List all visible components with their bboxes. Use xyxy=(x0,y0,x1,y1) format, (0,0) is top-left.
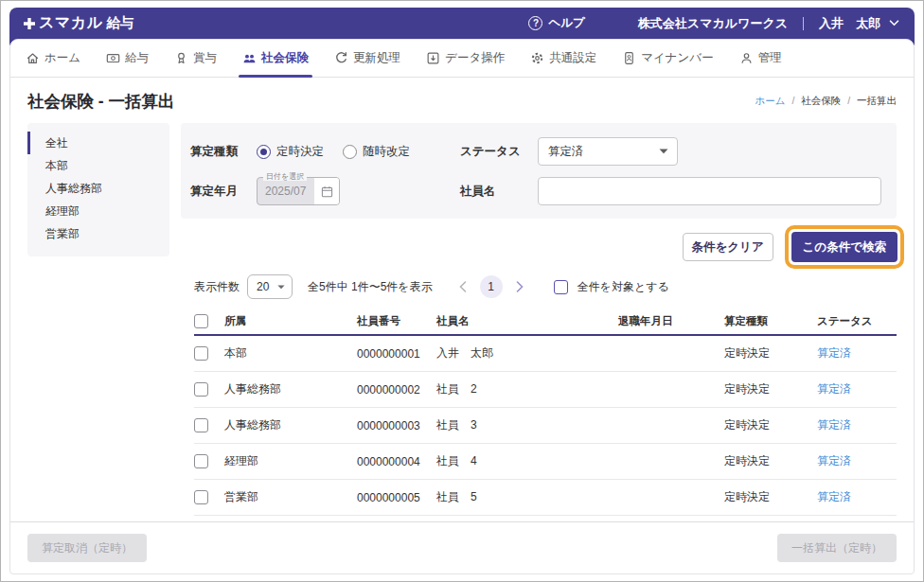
radio-teiji-kettei[interactable] xyxy=(257,145,271,159)
row-checkbox[interactable] xyxy=(194,346,208,361)
pagination-next-button[interactable] xyxy=(516,281,524,292)
nav-item-update[interactable]: 更新処理 xyxy=(334,40,400,77)
salary-icon xyxy=(106,51,120,65)
calc-type-label: 算定種類 xyxy=(190,144,257,160)
result-range-text: 全5件中 1件〜5件を表示 xyxy=(308,279,433,295)
cell-calc-type: 定時決定 xyxy=(724,381,817,397)
cell-department: 営業部 xyxy=(224,489,357,505)
header-employee-no: 社員番号 xyxy=(357,314,436,328)
radio-option-teiji: 定時決定 xyxy=(257,144,324,160)
per-page-select[interactable]: 20 xyxy=(247,274,293,299)
cell-employee-name: 社員 3 xyxy=(436,417,618,433)
help-label: ヘルプ xyxy=(548,15,584,31)
app-logo-text: スマカル xyxy=(39,13,103,33)
date-picker-floating-label: 日付を選択 xyxy=(263,172,307,181)
table-row: 本部 0000000001 入井 太郎 定時決定 算定済 xyxy=(194,336,897,372)
breadcrumb-current: 一括算出 xyxy=(857,95,897,106)
row-checkbox[interactable] xyxy=(194,454,208,468)
select-all-records-checkbox[interactable] xyxy=(554,280,568,294)
cell-status-link[interactable]: 算定済 xyxy=(817,453,897,469)
radio-label: 随時改定 xyxy=(363,144,410,160)
cell-status-link[interactable]: 算定済 xyxy=(817,417,897,433)
radio-label: 定時決定 xyxy=(276,144,324,160)
calc-month-value: 2025/07 xyxy=(258,178,314,204)
table-row: 人事総務部 0000000002 社員 2 定時決定 算定済 xyxy=(194,372,897,408)
header-calc-type: 算定種類 xyxy=(724,314,817,328)
nav-label: マイナンバー xyxy=(641,50,713,66)
calendar-button[interactable] xyxy=(314,178,339,204)
nav-item-admin[interactable]: 管理 xyxy=(739,40,782,77)
nav-label: ホーム xyxy=(44,50,80,66)
status-select[interactable]: 算定済 xyxy=(538,137,678,166)
page-footer: 算定取消（定時） 一括算出（定時） xyxy=(10,521,914,573)
header-status: ステータス xyxy=(817,314,897,328)
bulk-calculation-button[interactable]: 一括算出（定時） xyxy=(777,534,897,562)
caret-down-icon xyxy=(277,285,285,290)
calendar-icon xyxy=(321,185,333,198)
cell-employee-no: 0000000005 xyxy=(357,491,436,504)
cell-employee-no: 0000000001 xyxy=(357,347,436,361)
search-button[interactable]: この条件で検索 xyxy=(791,232,897,262)
per-page-value: 20 xyxy=(257,280,269,293)
sidebar-item-hr-general-affairs[interactable]: 人事総務部 xyxy=(27,177,169,200)
cancel-calculation-button[interactable]: 算定取消（定時） xyxy=(27,534,147,562)
nav-item-data-operation[interactable]: データ操作 xyxy=(426,40,505,77)
cell-status-link[interactable]: 算定済 xyxy=(817,381,897,397)
sidebar-item-headquarters[interactable]: 本部 xyxy=(27,154,169,177)
breadcrumb-home[interactable]: ホーム xyxy=(755,95,785,106)
help-button[interactable]: ? ヘルプ xyxy=(528,15,584,31)
select-all-rows-checkbox[interactable] xyxy=(194,314,208,328)
refresh-icon xyxy=(334,51,348,65)
nav-item-my-number[interactable]: マイナンバー xyxy=(622,40,713,77)
table-row: 人事総務部 0000000003 社員 3 定時決定 算定済 xyxy=(194,408,897,444)
social-insurance-icon xyxy=(242,51,257,65)
employee-table: 所属 社員番号 社員名 退職年月日 算定種類 ステータス 本部 00000000… xyxy=(194,308,897,516)
nav-item-home[interactable]: ホーム xyxy=(26,40,80,77)
nav-label: 給与 xyxy=(125,50,149,66)
cell-calc-type: 定時決定 xyxy=(724,417,817,433)
cell-department: 人事総務部 xyxy=(224,381,357,397)
nav-item-social-insurance[interactable]: 社会保険 xyxy=(242,40,309,77)
content-card: ホーム 給与 賞与 社会保険 更新処理 データ操作 xyxy=(9,39,915,574)
nav-item-bonus[interactable]: 賞与 xyxy=(174,40,217,77)
sidebar-item-accounting[interactable]: 経理部 xyxy=(27,200,169,222)
table-row: 経理部 0000000004 社員 4 定時決定 算定済 xyxy=(194,444,897,480)
cell-calc-type: 定時決定 xyxy=(724,453,817,469)
pagination-prev-button[interactable] xyxy=(459,281,467,292)
home-icon xyxy=(26,51,40,65)
status-label: ステータス xyxy=(460,144,538,160)
pagination-page-1[interactable]: 1 xyxy=(480,275,503,298)
row-checkbox[interactable] xyxy=(194,382,208,397)
breadcrumb-separator: / xyxy=(847,95,850,106)
user-menu[interactable]: 入井 太郎 xyxy=(819,15,899,32)
row-checkbox[interactable] xyxy=(194,490,208,504)
sidebar-item-all-company[interactable]: 全社 xyxy=(27,132,169,154)
cell-department: 経理部 xyxy=(224,453,357,469)
nav-item-salary[interactable]: 給与 xyxy=(106,40,149,77)
cell-department: 人事総務部 xyxy=(224,417,357,433)
main-nav: ホーム 給与 賞与 社会保険 更新処理 データ操作 xyxy=(10,40,914,78)
company-name: 株式会社スマカルワークス xyxy=(638,15,788,32)
row-checkbox[interactable] xyxy=(194,418,208,432)
clear-conditions-button[interactable]: 条件をクリア xyxy=(683,233,773,261)
calc-month-label: 算定年月 xyxy=(190,184,257,200)
breadcrumb-section: 社会保険 xyxy=(801,95,841,106)
cell-status-link[interactable]: 算定済 xyxy=(817,345,897,362)
bonus-icon xyxy=(174,51,188,65)
nav-label: 社会保険 xyxy=(261,50,309,66)
plus-logo-icon xyxy=(23,17,36,30)
cell-status-link[interactable]: 算定済 xyxy=(817,489,897,505)
sidebar-item-sales[interactable]: 営業部 xyxy=(27,222,169,245)
help-icon: ? xyxy=(528,16,542,30)
header-department: 所属 xyxy=(224,314,357,328)
app-logo[interactable]: スマカル 給与 xyxy=(23,13,134,33)
cell-employee-no: 0000000004 xyxy=(357,455,436,468)
my-number-icon xyxy=(622,51,636,65)
select-all-records-label: 全件を対象とする xyxy=(578,279,669,295)
breadcrumb: ホーム / 社会保険 / 一括算出 xyxy=(755,95,897,108)
table-header-row: 所属 社員番号 社員名 退職年月日 算定種類 ステータス xyxy=(194,308,897,336)
employee-name-input[interactable] xyxy=(538,177,881,205)
nav-item-common-settings[interactable]: 共通設定 xyxy=(530,40,596,77)
radio-zuiji-kaitei[interactable] xyxy=(343,145,357,159)
cell-department: 本部 xyxy=(224,345,357,362)
